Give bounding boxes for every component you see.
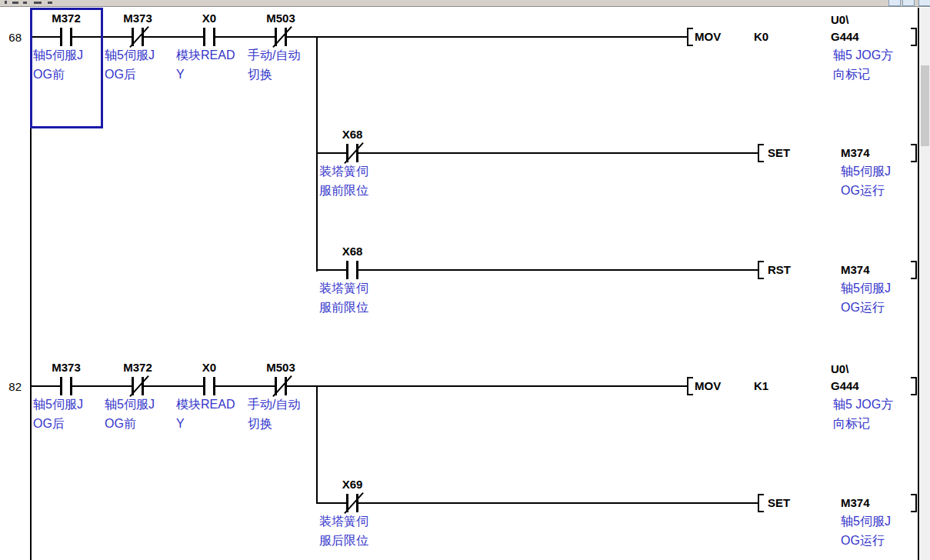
instruction-dest-line1[interactable]: U0\ [831,13,848,26]
contact-x0[interactable] [203,377,215,395]
device-comment: 模块READ Y [176,395,235,433]
comment-line: 向标记 [833,65,893,84]
instruction-bracket-right [911,494,917,512]
comment-line: 轴5 JOG方 [833,395,893,414]
contact-m372-nc[interactable] [132,377,144,395]
instruction-operand[interactable]: M374 [841,496,870,509]
wire-branch68-rst [317,269,758,271]
comment-line: OG运行 [841,298,891,317]
device-name: X69 [318,478,387,491]
instruction-name[interactable]: SET [768,146,790,159]
comment-line: OG前 [105,414,155,433]
toolbar-fragment [48,2,52,4]
comment-line: 模块READ [176,45,235,65]
right-power-rail [918,8,919,560]
device-comment: 轴5伺服J OG运行 [841,162,891,200]
wire-branch68-set [317,152,758,154]
instruction-source[interactable]: K0 [754,30,768,43]
instruction-operand[interactable]: M374 [841,146,870,159]
device-comment: 装塔簧伺 服后限位 [319,512,368,550]
device-name: M373 [103,12,172,25]
contact-x68-nc[interactable] [346,144,358,162]
device-name: X68 [318,245,387,258]
wire-branch82-set [317,502,758,504]
instruction-dest-line2[interactable]: G444 [831,30,859,43]
device-comment: 轴5伺服J OG后 [105,45,155,84]
comment-line: 轴5伺服J [105,395,155,414]
comment-line: 轴5伺服J [841,162,891,181]
contact-m503[interactable] [275,28,287,46]
comment-line: 切换 [248,65,300,84]
instruction-bracket-left [758,261,764,279]
device-name: X0 [175,12,244,25]
comment-line: 轴5伺服J [841,278,891,298]
toolbar-fragment [23,2,27,4]
comment-line: 手动/自动 [248,45,300,65]
contact-m503[interactable] [275,377,287,395]
comment-line: 模块READ [176,395,235,414]
wire-branch68-drop [316,36,318,272]
contact-m373[interactable] [132,28,144,46]
wire-rung68 [31,36,687,38]
contact-x68-no[interactable] [346,261,358,279]
comment-line: 装塔簧伺 [319,162,368,181]
instruction-bracket-right [911,28,917,46]
comment-line: 服前限位 [319,298,368,317]
comment-line: 手动/自动 [248,395,300,414]
instruction-dest-line1[interactable]: U0\ [831,362,848,375]
instruction-bracket-right [911,261,917,279]
device-comment: 轴5伺服J OG后 [33,395,83,433]
instruction-dest-line2[interactable]: G444 [831,379,859,392]
comment-line: OG运行 [841,531,891,550]
instruction-operand[interactable]: M374 [841,263,870,276]
restore-icon[interactable] [902,0,915,6]
comment-line: 轴5 JOG方 [833,45,893,65]
instruction-name[interactable]: RST [768,263,791,276]
comment-line: 轴5伺服J [841,512,891,531]
close-icon[interactable] [918,0,930,6]
rung-number: 82 [0,380,22,393]
device-comment: 轴5 JOG方 向标记 [833,395,893,433]
device-name: M503 [246,12,315,25]
minimize-icon[interactable] [888,0,901,6]
instruction-name[interactable]: SET [768,496,790,509]
device-comment: 手动/自动 切换 [248,45,300,84]
device-comment: 手动/自动 切换 [248,395,300,433]
instruction-bracket-left [687,377,693,395]
instruction-bracket-left [758,494,764,512]
device-comment: 轴5伺服J OG前 [105,395,155,433]
scrollbar-thumb[interactable] [921,65,929,146]
toolbar-fragment [12,2,18,4]
comment-line: 装塔簧伺 [319,278,368,298]
contact-x69-nc[interactable] [346,494,358,512]
device-name: M372 [103,361,172,374]
toolbar-fragment [34,2,42,4]
comment-line: OG后 [105,65,155,84]
toolbar-clipped-strip [0,0,930,7]
instruction-name[interactable]: MOV [695,379,721,392]
device-name: M503 [246,361,315,374]
contact-x0[interactable] [203,28,215,46]
comment-line: 服后限位 [319,531,368,550]
toolbar-fragment [5,1,7,4]
device-name: M373 [32,361,101,374]
instruction-name[interactable]: MOV [695,30,721,43]
ladder-editor[interactable]: 68 82 M372 轴5伺服J OG前 M373 轴5伺服J OG后 X0 模… [0,8,920,560]
device-comment: 轴5 JOG方 向标记 [833,45,893,84]
device-comment: 装塔簧伺 服前限位 [319,162,368,200]
device-comment: 轴5伺服J OG运行 [841,512,891,550]
device-comment: 装塔簧伺 服前限位 [319,278,368,317]
comment-line: 服前限位 [319,181,368,200]
instruction-bracket-right [911,377,917,395]
contact-m373[interactable] [60,377,72,395]
vertical-scrollbar[interactable] [920,8,930,560]
instruction-source[interactable]: K1 [754,379,768,392]
comment-line: 轴5伺服J [33,395,83,414]
rung-number: 68 [0,31,22,44]
instruction-bracket-left [758,144,764,162]
comment-line: Y [176,65,235,84]
comment-line: 向标记 [833,414,893,433]
device-name: X68 [318,128,387,141]
comment-line: OG后 [33,414,83,433]
device-comment: 轴5伺服J OG运行 [841,278,891,317]
